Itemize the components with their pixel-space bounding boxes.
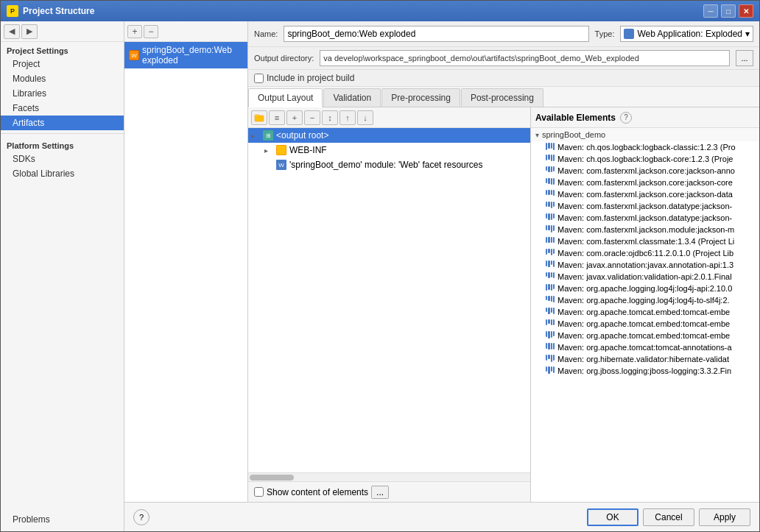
sidebar-item-facets[interactable]: Facets xyxy=(1,101,124,116)
avail-item[interactable]: Maven: org.apache.tomcat:tomcat-annotati… xyxy=(531,341,759,353)
avail-item-label: Maven: com.fasterxml.jackson.core:jackso… xyxy=(557,178,733,187)
layout-up-button[interactable]: ↑ xyxy=(339,110,356,125)
avail-item[interactable]: Maven: com.fasterxml.jackson.datatype:ja… xyxy=(531,200,759,212)
maven-icon xyxy=(546,260,555,269)
avail-item[interactable]: Maven: org.apache.logging.log4j:log4j-ap… xyxy=(531,283,759,294)
tree-item-output-root[interactable]: ▸ ⊞ <output root> xyxy=(248,128,530,143)
artifact-add-button[interactable]: + xyxy=(127,25,142,38)
name-input[interactable] xyxy=(284,26,588,42)
layout-remove-button[interactable]: − xyxy=(304,110,320,125)
avail-item-label: Maven: org.hibernate.validator:hibernate… xyxy=(557,355,729,363)
layout-add-button[interactable]: + xyxy=(286,110,303,125)
project-settings-label: Project Settings xyxy=(1,42,124,57)
avail-item-label: Maven: org.apache.tomcat:tomcat-annotati… xyxy=(557,343,732,352)
include-label: Include in project build xyxy=(267,73,354,83)
expand-icon-2: ▸ xyxy=(264,146,273,155)
scrollbar-thumb[interactable] xyxy=(250,475,294,480)
layout-add-dir-button[interactable] xyxy=(251,110,267,125)
maven-icon xyxy=(546,319,555,328)
cancel-button[interactable]: Cancel xyxy=(643,508,694,526)
layout-down-button[interactable]: ↓ xyxy=(357,110,373,125)
artifact-item-selected[interactable]: W springBoot_demo:Web exploded xyxy=(124,42,247,68)
show-content-checkbox[interactable] xyxy=(254,487,264,497)
avail-item-label: Maven: com.fasterxml.jackson.datatype:ja… xyxy=(557,213,732,222)
avail-item-label: Maven: ch.qos.logback:logback-classic:1.… xyxy=(557,143,736,152)
forward-button[interactable]: ▶ xyxy=(21,24,38,39)
close-button[interactable]: ✕ xyxy=(739,4,753,18)
tree-item-web-inf[interactable]: ▸ WEB-INF xyxy=(248,143,530,157)
name-label: Name: xyxy=(254,29,278,38)
available-elements-header: Available Elements ? xyxy=(531,107,759,128)
sidebar-item-problems[interactable]: Problems xyxy=(7,512,118,527)
avail-item[interactable]: Maven: javax.validation:validation-api:2… xyxy=(531,271,759,283)
artifact-item-label: springBoot_demo:Web exploded xyxy=(142,45,243,65)
layout-sort-button[interactable]: ↕ xyxy=(322,110,338,125)
avail-item[interactable]: Maven: com.oracle:ojdbc6:11.2.0.1.0 (Pro… xyxy=(531,247,759,259)
tab-validation[interactable]: Validation xyxy=(323,88,381,107)
help-button[interactable]: ? xyxy=(133,509,149,525)
avail-item-label: Maven: org.apache.tomcat.embed:tomcat-em… xyxy=(557,308,730,316)
avail-item-label: Maven: org.apache.logging.log4j:log4j-to… xyxy=(557,296,730,305)
show-content-label: Show content of elements xyxy=(267,487,368,497)
sidebar-item-sdks[interactable]: SDKs xyxy=(1,152,124,166)
maven-icon xyxy=(546,225,555,234)
horizontal-scrollbar[interactable] xyxy=(248,472,530,481)
help-icon[interactable]: ? xyxy=(620,112,632,124)
avail-item[interactable]: Maven: com.fasterxml.jackson.module:jack… xyxy=(531,224,759,235)
maven-icon xyxy=(546,272,555,281)
root-icon: ⊞ xyxy=(263,130,273,141)
layout-list-button[interactable]: ≡ xyxy=(269,110,285,125)
maven-icon xyxy=(546,178,555,187)
include-checkbox[interactable] xyxy=(254,74,264,83)
tree-item-web-inf-label: WEB-INF xyxy=(289,145,327,155)
avail-item[interactable]: Maven: org.apache.tomcat.embed:tomcat-em… xyxy=(531,318,759,330)
avail-item[interactable]: Maven: com.fasterxml.classmate:1.3.4 (Pr… xyxy=(531,235,759,247)
ok-button[interactable]: OK xyxy=(587,508,638,526)
avail-item-label: Maven: org.apache.logging.log4j:log4j-ap… xyxy=(557,284,732,293)
platform-settings-label: Platform Settings xyxy=(1,137,124,152)
apply-button[interactable]: Apply xyxy=(699,508,750,526)
avail-item[interactable]: Maven: ch.qos.logback:logback-core:1.2.3… xyxy=(531,153,759,165)
maven-icon xyxy=(546,143,555,152)
sidebar-item-global-libraries[interactable]: Global Libraries xyxy=(1,166,124,181)
output-dir-input[interactable] xyxy=(320,50,730,66)
content-area: Name: Type: Web Application: Exploded ▾ … xyxy=(248,21,759,502)
type-select[interactable]: Web Application: Exploded ▾ xyxy=(620,26,753,42)
tab-output-layout[interactable]: Output Layout xyxy=(248,88,323,107)
avail-item[interactable]: Maven: org.apache.tomcat.embed:tomcat-em… xyxy=(531,306,759,318)
tree-item-facet[interactable]: ▸ W 'springBoot_demo' module: 'Web' face… xyxy=(248,157,530,172)
avail-item[interactable]: Maven: com.fasterxml.jackson.core:jackso… xyxy=(531,165,759,177)
avail-item[interactable]: Maven: org.apache.logging.log4j:log4j-to… xyxy=(531,294,759,306)
avail-section-springboot[interactable]: ▾ springBoot_demo xyxy=(531,128,759,141)
avail-item[interactable]: Maven: org.apache.tomcat.embed:tomcat-em… xyxy=(531,330,759,341)
maven-icon xyxy=(546,155,555,163)
avail-item-label: Maven: ch.qos.logback:logback-core:1.2.3… xyxy=(557,155,733,163)
avail-item[interactable]: Maven: com.fasterxml.jackson.core:jackso… xyxy=(531,188,759,200)
browse-button[interactable]: ... xyxy=(736,50,753,66)
artifact-remove-button[interactable]: − xyxy=(144,25,158,38)
avail-item[interactable]: Maven: ch.qos.logback:logback-classic:1.… xyxy=(531,141,759,153)
sidebar-toolbar: ◀ ▶ xyxy=(1,21,124,42)
maven-icon xyxy=(546,249,555,258)
avail-item[interactable]: Maven: com.fasterxml.jackson.core:jackso… xyxy=(531,177,759,188)
minimize-button[interactable]: ─ xyxy=(703,4,718,18)
avail-item[interactable]: Maven: com.fasterxml.jackson.datatype:ja… xyxy=(531,212,759,224)
tree-item-facet-label: 'springBoot_demo' module: 'Web' facet re… xyxy=(289,160,482,170)
layout-left: ≡ + − ↕ ↑ ↓ ▸ ⊞ xyxy=(248,107,531,502)
back-button[interactable]: ◀ xyxy=(4,24,20,39)
avail-item[interactable]: Maven: org.hibernate.validator:hibernate… xyxy=(531,353,759,365)
avail-item[interactable]: Maven: org.jboss.logging:jboss-logging:3… xyxy=(531,365,759,377)
window-title: Project Structure xyxy=(23,6,703,16)
right-panel: + − W springBoot_demo:Web exploded Name: xyxy=(124,21,759,531)
maven-icon xyxy=(546,331,555,340)
sidebar-item-libraries[interactable]: Libraries xyxy=(1,86,124,101)
avail-item[interactable]: Maven: javax.annotation:javax.annotation… xyxy=(531,259,759,271)
sidebar-item-modules[interactable]: Modules xyxy=(1,71,124,86)
maximize-button[interactable]: □ xyxy=(721,4,736,18)
show-content-options-button[interactable]: ... xyxy=(371,486,389,499)
sidebar-item-artifacts[interactable]: Artifacts xyxy=(1,116,124,130)
tab-pre-processing[interactable]: Pre-processing xyxy=(381,88,460,107)
tab-post-processing[interactable]: Post-processing xyxy=(461,88,543,107)
avail-item-label: Maven: com.oracle:ojdbc6:11.2.0.1.0 (Pro… xyxy=(557,249,733,258)
sidebar-item-project[interactable]: Project xyxy=(1,57,124,71)
